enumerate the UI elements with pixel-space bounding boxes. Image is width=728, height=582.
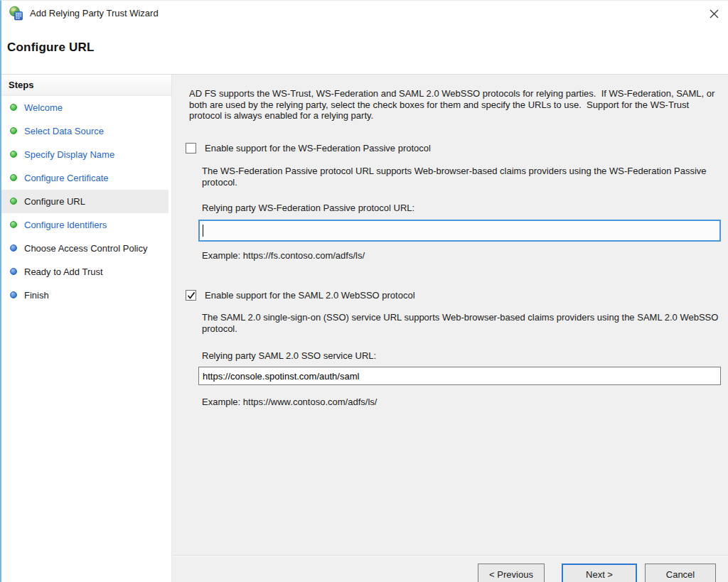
saml-checkbox[interactable] <box>186 290 196 301</box>
sidebar-step: Select Data Source <box>1 119 171 143</box>
step-status-dot-icon <box>10 198 17 205</box>
sidebar-step: Configure Identifiers <box>1 213 171 237</box>
page-title: Configure URL <box>7 41 95 55</box>
sidebar-step: Welcome <box>1 96 171 119</box>
close-icon <box>709 9 719 19</box>
steps-list: Welcome Select Data Source Specify Displ… <box>1 96 171 307</box>
sidebar-step-label: Specify Display Name <box>24 149 114 161</box>
step-status-dot-icon <box>10 151 17 158</box>
intro-text: AD FS supports the WS-Trust, WS-Federati… <box>189 88 721 122</box>
sidebar-step-label: Configure URL <box>24 195 85 208</box>
wsfed-url-label: Relying party WS-Federation Passive prot… <box>202 203 414 213</box>
step-status-dot-icon <box>10 127 17 134</box>
step-status-dot-icon <box>10 244 17 252</box>
saml-description: The SAML 2.0 single-sign-on (SSO) servic… <box>202 312 725 334</box>
step-status-dot-icon <box>10 221 17 228</box>
saml-url-input-wrap <box>198 367 721 385</box>
footer-divider <box>172 555 728 556</box>
wizard-body: Steps Welcome Select Data Source Specify… <box>1 74 728 582</box>
wsfed-example-text: Example: https://fs.contoso.com/adfs/ls/ <box>202 250 365 261</box>
sidebar-step-label: Select Data Source <box>24 125 104 137</box>
text-cursor-icon <box>203 225 203 237</box>
window-title: Add Relying Party Trust Wizard <box>30 8 159 18</box>
saml-url-input[interactable] <box>198 367 721 385</box>
step-status-dot-icon <box>10 174 17 181</box>
saml-checkbox-label[interactable]: Enable support for the SAML 2.0 WebSSO p… <box>205 290 415 301</box>
sidebar-step: Choose Access Control Policy <box>1 237 171 260</box>
sidebar-step: Ready to Add Trust <box>1 260 171 284</box>
sidebar-step: Configure URL <box>1 190 168 213</box>
step-status-dot-icon <box>10 268 17 275</box>
close-button[interactable] <box>704 4 724 23</box>
wizard-window: Add Relying Party Trust Wizard Configure… <box>0 0 728 582</box>
saml-example-text: Example: https://www.contoso.com/adfs/ls… <box>202 397 377 407</box>
cancel-button[interactable]: Cancel <box>645 564 716 582</box>
sidebar-step: Finish <box>1 284 171 307</box>
wsfed-url-input-wrap <box>198 220 721 242</box>
title-bar: Add Relying Party Trust Wizard <box>1 1 728 26</box>
wsfed-checkbox[interactable] <box>186 143 196 153</box>
wsfed-description: The WS-Federation Passive protocol URL s… <box>202 166 708 188</box>
previous-button[interactable]: < Previous <box>478 564 545 582</box>
sidebar-step-label: Welcome <box>24 102 63 114</box>
steps-sidebar: Steps Welcome Select Data Source Specify… <box>1 75 172 582</box>
next-button[interactable]: Next > <box>562 564 637 582</box>
wsfed-url-input[interactable] <box>198 220 721 242</box>
step-status-dot-icon <box>10 291 17 298</box>
configure-url-panel: AD FS supports the WS-Trust, WS-Federati… <box>172 75 728 582</box>
wsfed-checkbox-label[interactable]: Enable support for the WS-Federation Pas… <box>205 143 431 153</box>
adfs-app-icon <box>9 6 24 21</box>
sidebar-step: Specify Display Name <box>1 143 171 166</box>
saml-checkbox-row: Enable support for the SAML 2.0 WebSSO p… <box>186 290 415 301</box>
sidebar-step-label: Choose Access Control Policy <box>24 242 147 254</box>
saml-url-label: Relying party SAML 2.0 SSO service URL: <box>202 350 376 361</box>
sidebar-step-label: Ready to Add Trust <box>24 266 103 278</box>
step-status-dot-icon <box>10 104 17 111</box>
sidebar-step-label: Configure Certificate <box>24 172 109 184</box>
sidebar-step-label: Configure Identifiers <box>24 219 107 231</box>
wsfed-checkbox-row: Enable support for the WS-Federation Pas… <box>186 143 431 153</box>
sidebar-step: Configure Certificate <box>1 166 171 190</box>
sidebar-step-label: Finish <box>24 289 49 301</box>
steps-header: Steps <box>1 75 171 96</box>
